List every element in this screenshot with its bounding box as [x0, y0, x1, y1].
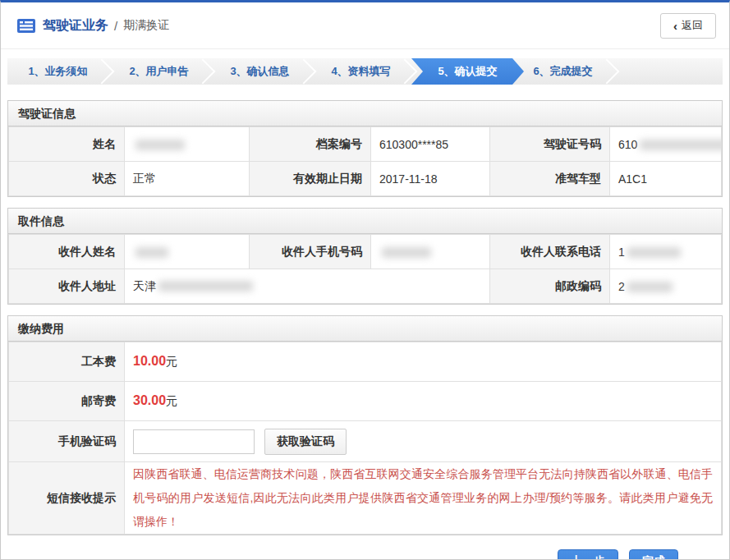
finish-button[interactable]: 完成 — [629, 549, 678, 560]
vehicle-class-label: 准驾车型 — [490, 162, 610, 196]
recipient-phone-value: 1 — [610, 235, 722, 269]
title-separator: / — [114, 19, 117, 33]
pickup-info-title: 取件信息 — [8, 209, 722, 234]
previous-step-button[interactable]: 上一步 — [558, 549, 618, 560]
back-button-label: 返回 — [682, 18, 703, 33]
back-button[interactable]: ‹ 返回 — [660, 13, 716, 39]
tab-step-3[interactable]: 3、确认信息 — [209, 58, 310, 85]
table-row: 邮寄费 30.00元 — [9, 382, 722, 421]
get-sms-code-button[interactable]: 获取验证码 — [264, 429, 347, 455]
tab-step-4[interactable]: 4、资料填写 — [310, 58, 411, 85]
license-info-section: 驾驶证信息 姓名 档案编号 610300****85 驾驶证号码 610 状态 … — [7, 100, 723, 197]
recipient-mobile-value — [371, 235, 490, 269]
license-no-value: 610 — [610, 127, 722, 162]
recipient-address-value: 天津 — [125, 269, 490, 304]
form-list-icon — [17, 19, 35, 33]
expiry-label: 有效期止日期 — [250, 162, 371, 196]
fees-section: 缴纳费用 工本费 10.00元 邮寄费 30.00元 手机验证码 获取验证码 — [7, 315, 723, 535]
tab-step-5[interactable]: 5、确认提交 — [411, 58, 524, 85]
redacted-value — [640, 140, 721, 150]
postage-fee-label: 邮寄费 — [9, 382, 125, 421]
production-fee-unit: 元 — [166, 355, 177, 368]
tab-step-3-label: 3、确认信息 — [230, 64, 289, 79]
table-row: 姓名 档案编号 610300****85 驾驶证号码 610 — [9, 127, 722, 162]
name-value — [125, 127, 250, 162]
vehicle-class-value: A1C1 — [610, 162, 722, 196]
tab-step-1-label: 1、业务须知 — [28, 64, 87, 79]
tab-step-4-label: 4、资料填写 — [331, 64, 390, 79]
tab-step-6[interactable]: 6、完成提交 — [512, 58, 613, 85]
pickup-info-section: 取件信息 收件人姓名 收件人手机号码 收件人联系电话 1 收件人地址 天津 邮政… — [7, 208, 723, 305]
postage-fee-value: 30.00元 — [125, 382, 722, 421]
status-value: 正常 — [125, 162, 250, 196]
page-subtitle: 期满换证 — [123, 18, 169, 33]
file-no-value: 610300****85 — [371, 127, 490, 162]
step-tabs: 1、业务须知 2、用户申告 3、确认信息 4、资料填写 5、确认提交 6、完成提… — [7, 58, 723, 85]
redacted-value — [135, 140, 185, 150]
table-row: 短信接收提示 因陕西省联通、电信运营商技术问题，陕西省互联网交通安全综合服务管理… — [9, 462, 722, 535]
tab-step-2-label: 2、用户申告 — [129, 64, 188, 79]
postal-code-value: 2 — [610, 269, 722, 304]
tab-step-6-label: 6、完成提交 — [533, 64, 592, 79]
sms-code-cell: 获取验证码 — [125, 421, 722, 462]
pickup-info-table: 收件人姓名 收件人手机号码 收件人联系电话 1 收件人地址 天津 邮政编码 2 — [8, 234, 722, 304]
status-label: 状态 — [9, 162, 125, 196]
footer-actions: 上一步 完成 — [1, 549, 729, 560]
expiry-value: 2017-11-18 — [371, 162, 490, 196]
tab-step-2[interactable]: 2、用户申告 — [108, 58, 209, 85]
redacted-value — [627, 282, 673, 292]
sms-code-label: 手机验证码 — [9, 421, 125, 462]
table-row: 手机验证码 获取验证码 — [9, 421, 722, 462]
sms-code-input[interactable] — [133, 429, 255, 454]
page-header: 驾驶证业务 / 期满换证 ‹ 返回 — [1, 2, 729, 49]
license-no-label: 驾驶证号码 — [490, 127, 610, 162]
recipient-name-label: 收件人姓名 — [9, 235, 125, 269]
name-label: 姓名 — [9, 127, 125, 162]
back-chevron-icon: ‹ — [673, 20, 677, 32]
recipient-address-label: 收件人地址 — [9, 269, 125, 304]
production-fee-label: 工本费 — [9, 342, 125, 382]
tab-step-5-label: 5、确认提交 — [438, 64, 497, 79]
fees-title: 缴纳费用 — [8, 316, 722, 342]
page-title: 驾驶证业务 — [43, 17, 108, 34]
file-no-label: 档案编号 — [250, 127, 371, 162]
redacted-value — [627, 247, 681, 258]
recipient-mobile-label: 收件人手机号码 — [250, 235, 371, 269]
production-fee-amount: 10.00 — [133, 354, 166, 368]
recipient-name-value — [125, 235, 250, 269]
recipient-phone-label: 收件人联系电话 — [490, 235, 610, 269]
sms-notice-cell: 因陕西省联通、电信运营商技术问题，陕西省互联网交通安全综合服务管理平台无法向持陕… — [125, 462, 722, 535]
sms-notice-label: 短信接收提示 — [9, 462, 125, 535]
license-info-table: 姓名 档案编号 610300****85 驾驶证号码 610 状态 正常 有效期… — [8, 126, 722, 196]
postal-code-label: 邮政编码 — [490, 269, 610, 304]
license-info-title: 驾驶证信息 — [8, 101, 722, 126]
production-fee-value: 10.00元 — [125, 342, 722, 382]
table-row: 收件人姓名 收件人手机号码 收件人联系电话 1 — [9, 235, 722, 269]
fees-table: 工本费 10.00元 邮寄费 30.00元 手机验证码 获取验证码 短信接收提 — [8, 342, 722, 535]
redacted-value — [158, 281, 253, 291]
postage-fee-unit: 元 — [166, 394, 177, 407]
driver-license-renewal-page: 驾驶证业务 / 期满换证 ‹ 返回 1、业务须知 2、用户申告 3、确认信息 4… — [0, 0, 730, 560]
table-row: 工本费 10.00元 — [9, 342, 722, 382]
redacted-value — [135, 247, 168, 258]
postage-fee-amount: 30.00 — [133, 393, 166, 407]
table-row: 状态 正常 有效期止日期 2017-11-18 准驾车型 A1C1 — [9, 162, 722, 196]
redacted-value — [382, 247, 431, 258]
tab-step-1[interactable]: 1、业务须知 — [7, 58, 108, 85]
sms-notice-text: 因陕西省联通、电信运营商技术问题，陕西省互联网交通安全综合服务管理平台无法向持陕… — [133, 462, 713, 534]
table-row: 收件人地址 天津 邮政编码 2 — [9, 269, 722, 304]
